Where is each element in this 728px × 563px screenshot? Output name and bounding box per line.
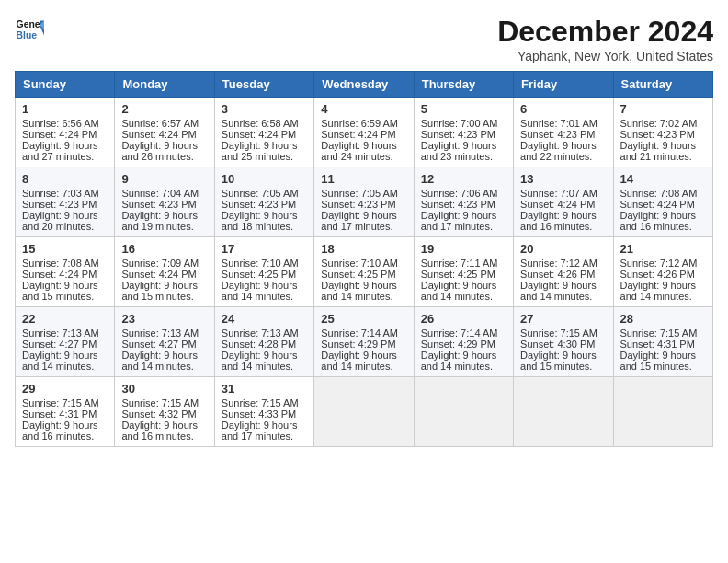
- sunset-label: Sunset: 4:23 PM: [421, 199, 495, 210]
- calendar-cell: 16 Sunrise: 7:09 AM Sunset: 4:24 PM Dayl…: [115, 237, 214, 307]
- calendar-cell: 7 Sunrise: 7:02 AM Sunset: 4:23 PM Dayli…: [613, 98, 712, 167]
- sunset-label: Sunset: 4:23 PM: [22, 199, 97, 210]
- calendar-cell: 10 Sunrise: 7:05 AM Sunset: 4:23 PM Dayl…: [214, 167, 313, 237]
- svg-text:Blue: Blue: [17, 30, 38, 40]
- calendar-cell: 20 Sunrise: 7:12 AM Sunset: 4:26 PM Dayl…: [514, 237, 613, 307]
- sunrise-label: Sunrise: 7:13 AM: [222, 327, 299, 339]
- sunrise-label: Sunrise: 7:12 AM: [620, 258, 698, 269]
- calendar-cell: 9 Sunrise: 7:04 AM Sunset: 4:23 PM Dayli…: [115, 167, 214, 237]
- calendar-cell: 12 Sunrise: 7:06 AM Sunset: 4:23 PM Dayl…: [414, 167, 513, 237]
- daylight-label: Daylight: 9 hours and 16 minutes.: [22, 419, 98, 442]
- day-number: 23: [121, 312, 207, 326]
- sunset-label: Sunset: 4:25 PM: [321, 269, 395, 280]
- sunrise-label: Sunrise: 6:58 AM: [222, 118, 299, 129]
- daylight-label: Daylight: 9 hours and 16 minutes.: [620, 210, 697, 232]
- day-number: 13: [520, 172, 606, 186]
- day-number: 27: [520, 312, 606, 326]
- daylight-label: Daylight: 9 hours and 14 minutes.: [222, 350, 298, 372]
- sunrise-label: Sunrise: 7:14 AM: [321, 327, 398, 339]
- calendar-cell: 3 Sunrise: 6:58 AM Sunset: 4:24 PM Dayli…: [214, 98, 313, 167]
- month-title: December 2024: [497, 15, 713, 49]
- daylight-label: Daylight: 9 hours and 17 minutes.: [321, 210, 397, 232]
- daylight-label: Daylight: 9 hours and 15 minutes.: [520, 350, 597, 372]
- sunrise-label: Sunrise: 7:00 AM: [421, 118, 498, 129]
- calendar-cell: 21 Sunrise: 7:12 AM Sunset: 4:26 PM Dayl…: [613, 237, 712, 307]
- sunrise-label: Sunrise: 7:10 AM: [321, 258, 398, 269]
- daylight-label: Daylight: 9 hours and 14 minutes.: [321, 280, 397, 302]
- calendar-cell: 1 Sunrise: 6:56 AM Sunset: 4:24 PM Dayli…: [16, 98, 115, 167]
- daylight-label: Daylight: 9 hours and 16 minutes.: [121, 419, 198, 442]
- daylight-label: Daylight: 9 hours and 22 minutes.: [520, 140, 597, 162]
- logo: General Blue: [15, 15, 44, 44]
- day-number: 12: [421, 172, 506, 186]
- day-number: 9: [121, 172, 207, 186]
- sunrise-label: Sunrise: 7:08 AM: [22, 258, 99, 269]
- calendar-cell: 24 Sunrise: 7:13 AM Sunset: 4:28 PM Dayl…: [214, 307, 313, 377]
- day-number: 14: [620, 172, 706, 186]
- day-number: 1: [22, 102, 108, 116]
- sunset-label: Sunset: 4:28 PM: [222, 339, 296, 350]
- sunset-label: Sunset: 4:23 PM: [620, 129, 695, 140]
- calendar-week-3: 15 Sunrise: 7:08 AM Sunset: 4:24 PM Dayl…: [16, 237, 713, 307]
- sunrise-label: Sunrise: 7:08 AM: [620, 188, 698, 199]
- sunrise-label: Sunrise: 7:06 AM: [421, 188, 498, 199]
- day-number: 30: [121, 382, 207, 396]
- day-number: 20: [520, 242, 606, 256]
- weekday-header-thursday: Thursday: [414, 72, 513, 98]
- sunrise-label: Sunrise: 6:56 AM: [22, 118, 99, 129]
- sunrise-label: Sunrise: 7:05 AM: [321, 188, 398, 199]
- title-block: December 2024 Yaphank, New York, United …: [497, 15, 713, 63]
- sunrise-label: Sunrise: 7:13 AM: [121, 327, 199, 339]
- daylight-label: Daylight: 9 hours and 21 minutes.: [620, 140, 697, 162]
- sunset-label: Sunset: 4:23 PM: [520, 129, 595, 140]
- calendar-cell: 15 Sunrise: 7:08 AM Sunset: 4:24 PM Dayl…: [16, 237, 115, 307]
- sunrise-label: Sunrise: 7:14 AM: [421, 327, 498, 339]
- calendar-cell: [314, 377, 414, 447]
- calendar-cell: 25 Sunrise: 7:14 AM Sunset: 4:29 PM Dayl…: [314, 307, 414, 377]
- day-number: 10: [222, 172, 307, 186]
- daylight-label: Daylight: 9 hours and 14 minutes.: [421, 280, 497, 302]
- calendar-week-5: 29 Sunrise: 7:15 AM Sunset: 4:31 PM Dayl…: [16, 377, 713, 447]
- sunset-label: Sunset: 4:23 PM: [121, 199, 196, 210]
- day-number: 25: [321, 312, 406, 326]
- day-number: 28: [620, 312, 706, 326]
- calendar-cell: 14 Sunrise: 7:08 AM Sunset: 4:24 PM Dayl…: [613, 167, 712, 237]
- day-number: 26: [421, 312, 506, 326]
- day-number: 22: [22, 312, 108, 326]
- sunrise-label: Sunrise: 7:11 AM: [421, 258, 498, 269]
- calendar-cell: 5 Sunrise: 7:00 AM Sunset: 4:23 PM Dayli…: [414, 98, 513, 167]
- daylight-label: Daylight: 9 hours and 14 minutes.: [22, 350, 98, 372]
- day-number: 15: [22, 242, 108, 256]
- sunset-label: Sunset: 4:33 PM: [222, 408, 296, 419]
- sunrise-label: Sunrise: 6:57 AM: [121, 118, 199, 129]
- day-number: 18: [321, 242, 406, 256]
- sunrise-label: Sunrise: 7:03 AM: [22, 188, 99, 199]
- calendar-cell: 26 Sunrise: 7:14 AM Sunset: 4:29 PM Dayl…: [414, 307, 513, 377]
- calendar-cell: [613, 377, 712, 447]
- calendar-cell: 31 Sunrise: 7:15 AM Sunset: 4:33 PM Dayl…: [214, 377, 313, 447]
- weekday-header-tuesday: Tuesday: [214, 72, 313, 98]
- day-number: 16: [121, 242, 207, 256]
- calendar-week-2: 8 Sunrise: 7:03 AM Sunset: 4:23 PM Dayli…: [16, 167, 713, 237]
- day-number: 5: [421, 102, 506, 116]
- sunrise-label: Sunrise: 7:07 AM: [520, 188, 597, 199]
- sunset-label: Sunset: 4:26 PM: [620, 269, 695, 280]
- day-number: 29: [22, 382, 108, 396]
- sunrise-label: Sunrise: 7:15 AM: [222, 397, 299, 408]
- sunrise-label: Sunrise: 7:15 AM: [520, 327, 597, 339]
- weekday-header-saturday: Saturday: [613, 72, 712, 98]
- calendar-cell: 28 Sunrise: 7:15 AM Sunset: 4:31 PM Dayl…: [613, 307, 712, 377]
- daylight-label: Daylight: 9 hours and 23 minutes.: [421, 140, 497, 162]
- calendar-cell: 22 Sunrise: 7:13 AM Sunset: 4:27 PM Dayl…: [16, 307, 115, 377]
- sunset-label: Sunset: 4:25 PM: [421, 269, 495, 280]
- sunrise-label: Sunrise: 7:01 AM: [520, 118, 597, 129]
- sunset-label: Sunset: 4:24 PM: [222, 129, 296, 140]
- sunset-label: Sunset: 4:27 PM: [121, 339, 196, 350]
- sunset-label: Sunset: 4:26 PM: [520, 269, 595, 280]
- day-number: 19: [421, 242, 506, 256]
- calendar-cell: 30 Sunrise: 7:15 AM Sunset: 4:32 PM Dayl…: [115, 377, 214, 447]
- daylight-label: Daylight: 9 hours and 20 minutes.: [22, 210, 98, 232]
- calendar-cell: 6 Sunrise: 7:01 AM Sunset: 4:23 PM Dayli…: [514, 98, 613, 167]
- daylight-label: Daylight: 9 hours and 17 minutes.: [421, 210, 497, 232]
- day-number: 17: [222, 242, 307, 256]
